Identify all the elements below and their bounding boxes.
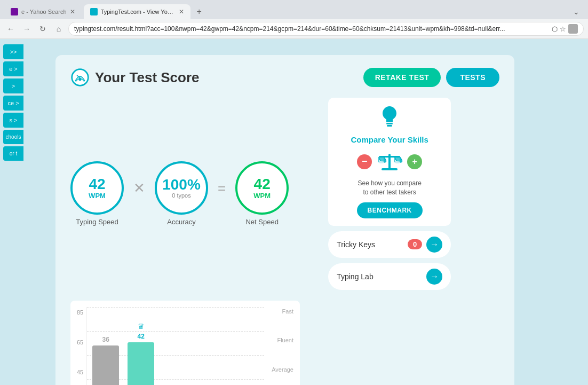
bulb-icon [337, 105, 442, 132]
scale-minus-icon: − [357, 154, 372, 169]
scale-icon-area: − [337, 150, 442, 174]
right-label-fluent: Fluent [264, 337, 293, 343]
svg-rect-7 [379, 156, 400, 158]
multiply-operator: ✕ [133, 180, 145, 207]
net-speed-wpm: 42 [254, 177, 271, 192]
tab-typingtest-title: TypingTest.com - View Your Typi... [101, 9, 176, 15]
sidebar-item-1[interactable]: >> [3, 44, 23, 59]
typing-speed-label: Typing Speed [76, 218, 118, 226]
header-buttons: RETAKE TEST TESTS [363, 68, 499, 87]
forward-button[interactable]: → [20, 22, 33, 35]
retake-test-button[interactable]: RETAKE TEST [363, 68, 441, 87]
tab-typingtest[interactable]: TypingTest.com - View Your Typi... ✕ [84, 4, 190, 19]
sidebar-item-3-label: > [12, 83, 15, 89]
new-tab-button[interactable]: + [193, 7, 206, 17]
tab-bar: e - Yahoo Search ✕ TypingTest.com - View… [0, 0, 588, 19]
svg-rect-6 [382, 168, 398, 170]
bar-result-value: 42 [138, 333, 145, 340]
sidebar-item-schools-label: chools [6, 134, 21, 140]
tricky-keys-row[interactable]: Tricky Keys 0 → [328, 231, 451, 258]
sidebar-item-1-label: >> [10, 49, 17, 55]
share-icon[interactable]: ⬡ [552, 25, 558, 33]
sidebar-item-or-label: or t [10, 151, 17, 156]
speedometer-icon [70, 68, 90, 87]
chart-right-labels: Fast Fluent Average Slow [264, 307, 293, 385]
tab-typingtest-close[interactable]: ✕ [179, 8, 184, 15]
page-background: >> e > > ce > s > chools or t [0, 39, 588, 385]
card-header: Your Test Score RETAKE TEST TESTS [70, 68, 499, 87]
browser-chrome: e - Yahoo Search ✕ TypingTest.com - View… [0, 0, 588, 39]
sidebar-item-2[interactable]: e > [3, 61, 23, 76]
url-bar[interactable]: typingtest.com/result.html?acc=100&nwpm=… [68, 22, 584, 36]
typing-lab-right: → [426, 269, 442, 285]
svg-point-12 [379, 161, 384, 163]
net-speed-label: Net Speed [245, 218, 278, 226]
tab-yahoo-title: e - Yahoo Search [21, 9, 67, 15]
chart-y-labels: 85 65 45 25 [77, 309, 86, 385]
crown-icon: ♛ [138, 322, 145, 331]
sidebar-item-schools[interactable]: chools [3, 130, 23, 144]
svg-point-13 [395, 161, 400, 163]
right-label-average: Average [264, 366, 293, 373]
y-label-85: 85 [77, 309, 83, 316]
benchmark-button[interactable]: BENCHMARK [357, 202, 423, 218]
accuracy-pct: 100% [162, 177, 201, 192]
bars-area: 36 AverageTypist ♛ 42 1:44 pm [92, 307, 154, 385]
tricky-keys-arrow[interactable]: → [426, 237, 442, 253]
tab-yahoo-favicon [11, 8, 18, 15]
equals-operator: = [218, 180, 226, 207]
main-card: Your Test Score RETAKE TEST TESTS 42 WPM… [55, 55, 514, 385]
net-speed-unit: WPM [253, 192, 271, 200]
score-row: 42 WPM Typing Speed ✕ 100% 0 typos Accur… [70, 98, 499, 290]
tricky-keys-label: Tricky Keys [337, 240, 375, 249]
tab-yahoo-close[interactable]: ✕ [70, 8, 75, 15]
typing-speed-wpm: 42 [89, 177, 105, 192]
chart-area: 85 65 45 25 [77, 307, 293, 385]
sidebar-item-or[interactable]: or t [3, 146, 23, 161]
sidebar-item-5[interactable]: s > [3, 113, 23, 128]
tab-overflow-button[interactable]: ⌄ [569, 7, 584, 16]
sidebar-item-4-label: ce > [7, 100, 19, 106]
accuracy-typos: 0 typos [172, 192, 190, 199]
net-speed-item: 42 WPM Net Speed [235, 161, 289, 226]
net-speed-circle: 42 WPM [235, 161, 289, 215]
tricky-keys-right: 0 → [408, 237, 442, 253]
sidebar-item-4[interactable]: ce > [3, 96, 23, 111]
y-label-65: 65 [77, 339, 83, 345]
bar-average-bar [92, 345, 119, 385]
svg-rect-3 [386, 123, 393, 124]
typing-lab-arrow[interactable]: → [426, 269, 442, 285]
tab-typingtest-favicon [90, 8, 98, 15]
home-button[interactable]: ⌂ [52, 22, 65, 35]
typing-lab-label: Typing Lab [337, 272, 374, 281]
url-icons: ⬡ ☆ [552, 24, 578, 34]
typing-lab-row[interactable]: Typing Lab → [328, 263, 451, 290]
bar-average: 36 AverageTypist [92, 336, 119, 385]
accuracy-item: 100% 0 typos Accuracy [155, 161, 208, 226]
y-label-45: 45 [77, 369, 83, 375]
scale-plus-icon: + [407, 154, 422, 169]
compare-card: Compare Your Skills − [328, 98, 451, 226]
card-title: Your Test Score [70, 68, 200, 87]
back-button[interactable]: ← [4, 22, 17, 35]
bottom-row: 85 65 45 25 [70, 301, 499, 385]
bar-result-bar [128, 342, 154, 385]
compare-title: Compare Your Skills [337, 135, 442, 144]
url-text: typingtest.com/result.html?acc=100&nwpm=… [74, 25, 505, 33]
chart-main: Fast Fluent Average Slow 36 AverageTypi [86, 307, 293, 385]
tab-yahoo[interactable]: e - Yahoo Search ✕ [4, 4, 82, 19]
chart-container: 85 65 45 25 [70, 301, 300, 385]
page-title: Your Test Score [95, 69, 200, 86]
address-bar: ← → ↻ ⌂ typingtest.com/result.html?acc=1… [0, 19, 588, 38]
typing-speed-unit: WPM [89, 192, 106, 200]
bookmark-icon[interactable]: ☆ [560, 25, 566, 33]
compare-desc: See how you compareto other test takers [337, 179, 442, 197]
sidebar-item-3[interactable]: > [3, 78, 23, 93]
refresh-button[interactable]: ↻ [36, 22, 49, 35]
sidebar: >> e > > ce > s > chools or t [0, 39, 23, 161]
accuracy-label: Accuracy [167, 218, 195, 226]
right-panel: Compare Your Skills − [328, 98, 451, 290]
tests-button[interactable]: TESTS [446, 68, 499, 87]
extension-icon[interactable] [568, 24, 578, 34]
typing-speed-item: 42 WPM Typing Speed [70, 161, 124, 226]
